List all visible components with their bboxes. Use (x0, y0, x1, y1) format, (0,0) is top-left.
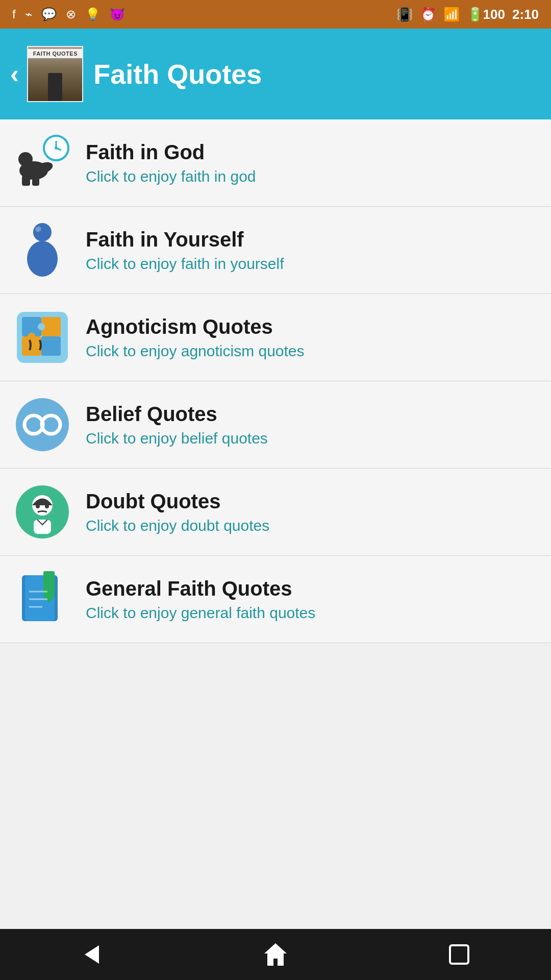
svg-rect-3 (22, 176, 30, 186)
vibrate-icon: 📳 (396, 7, 413, 22)
back-button[interactable]: ‹ (10, 61, 19, 87)
svg-rect-30 (43, 571, 55, 597)
battery-icon: 🔋100 (467, 7, 505, 22)
nav-recent-button[interactable] (444, 939, 474, 970)
belief-text: Belief Quotes Click to enjoy belief quot… (86, 403, 537, 447)
signal-icon: 📶 (443, 7, 460, 22)
svg-point-25 (36, 504, 40, 508)
faith-god-title: Faith in God (86, 141, 537, 164)
usb-icon: ⌁ (25, 7, 32, 21)
general-faith-icon (14, 571, 70, 627)
devil-icon: 😈 (110, 7, 125, 21)
list-item[interactable]: Doubt Quotes Click to enjoy doubt quotes (0, 469, 551, 556)
list-item[interactable]: Faith in Yourself Click to enjoy faith i… (0, 207, 551, 294)
status-bar: f ⌁ 💬 ⊗ 💡 😈 📳 ⏰ 📶 🔋100 2:10 (0, 0, 551, 29)
svg-point-18 (28, 333, 35, 340)
faith-god-subtitle: Click to enjoy faith in god (86, 168, 537, 185)
svg-rect-4 (32, 177, 39, 186)
list-item[interactable]: General Faith Quotes Click to enjoy gene… (0, 556, 551, 643)
belief-title: Belief Quotes (86, 403, 537, 426)
svg-point-10 (27, 241, 58, 277)
faith-yourself-subtitle: Click to enjoy faith in yourself (86, 255, 537, 273)
doubt-text: Doubt Quotes Click to enjoy doubt quotes (86, 490, 537, 534)
nav-home-button[interactable] (260, 939, 291, 970)
facebook-icon: f (12, 7, 16, 21)
app-header: ‹ FAITH QUOTES Faith Quotes (0, 29, 551, 119)
agnoticism-text: Agnoticism Quotes Click to enjoy agnotic… (86, 315, 537, 360)
page-title: Faith Quotes (93, 58, 262, 90)
status-bar-left: f ⌁ 💬 ⊗ 💡 😈 (12, 7, 125, 21)
svg-rect-37 (450, 945, 468, 964)
agnoticism-title: Agnoticism Quotes (86, 315, 537, 338)
general-faith-title: General Faith Quotes (86, 577, 537, 600)
status-bar-right: 📳 ⏰ 📶 🔋100 2:10 (396, 7, 539, 22)
header-thumbnail: FAITH QUOTES (27, 46, 83, 102)
alarm-icon: ⏰ (420, 7, 436, 22)
general-faith-subtitle: Click to enjoy general faith quotes (86, 604, 537, 622)
svg-point-1 (18, 152, 33, 166)
agnoticism-icon (14, 309, 70, 365)
svg-marker-36 (264, 943, 287, 966)
list-container: Faith in God Click to enjoy faith in god… (0, 119, 551, 929)
doubt-icon (14, 484, 70, 540)
svg-point-26 (45, 504, 49, 508)
svg-rect-19 (41, 336, 61, 356)
svg-marker-35 (85, 945, 99, 964)
time-display: 2:10 (512, 7, 539, 22)
belief-icon (14, 397, 70, 453)
bulb-icon: 💡 (85, 7, 101, 21)
whatsapp-icon: 💬 (41, 7, 57, 21)
list-item[interactable]: Belief Quotes Click to enjoy belief quot… (0, 381, 551, 469)
svg-rect-27 (34, 520, 51, 534)
list-item[interactable]: Agnoticism Quotes Click to enjoy agnotic… (0, 294, 551, 381)
agnoticism-subtitle: Click to enjoy agnoticism quotes (86, 342, 537, 360)
faith-yourself-title: Faith in Yourself (86, 228, 537, 251)
nav-back-button[interactable] (77, 939, 107, 970)
list-item[interactable]: Faith in God Click to enjoy faith in god (0, 119, 551, 207)
svg-point-9 (33, 223, 52, 241)
svg-point-8 (55, 146, 58, 150)
general-faith-text: General Faith Quotes Click to enjoy gene… (86, 577, 537, 622)
bottom-nav (0, 929, 551, 980)
thumbnail-text-label: FAITH QUOTES (28, 49, 82, 58)
faith-yourself-icon (14, 222, 70, 278)
belief-subtitle: Click to enjoy belief quotes (86, 430, 537, 447)
svg-point-16 (38, 323, 45, 330)
faith-yourself-text: Faith in Yourself Click to enjoy faith i… (86, 228, 537, 273)
doubt-subtitle: Click to enjoy doubt quotes (86, 517, 537, 534)
faith-god-text: Faith in God Click to enjoy faith in god (86, 141, 537, 185)
wifi-icon: ⊗ (66, 7, 76, 21)
faith-god-icon (14, 135, 70, 191)
doubt-title: Doubt Quotes (86, 490, 537, 513)
